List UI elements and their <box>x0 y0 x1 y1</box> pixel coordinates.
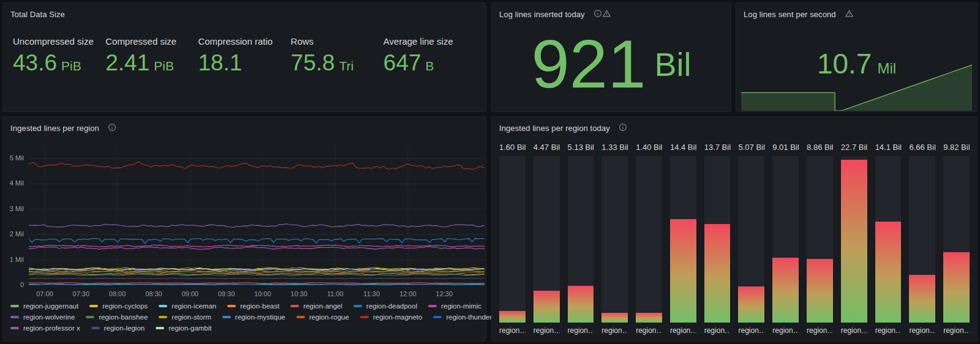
bar-value-label: 9.82 Bil <box>943 143 970 154</box>
y-axis-tick: 4 Mil <box>3 179 24 187</box>
bar-track <box>704 156 731 323</box>
legend-item-region-banshee[interactable]: region-banshee <box>86 313 148 321</box>
legend-item-region-storm[interactable]: region-storm <box>159 313 211 321</box>
bar-track <box>943 156 970 323</box>
bar[interactable] <box>601 313 628 323</box>
bar-value-label: 8.86 Bil <box>807 143 833 154</box>
series-color-swatch <box>86 316 94 318</box>
legend-label: region-angel <box>303 302 342 310</box>
stat-compression-ratio: Compression ratio18.1 <box>198 36 290 74</box>
stat-unit: B <box>426 59 434 73</box>
bar-value-label: 5.13 Bil <box>568 143 594 154</box>
stat-value: 75.8 <box>291 51 335 74</box>
panel-title[interactable]: Total Data Size <box>10 10 65 19</box>
bar[interactable] <box>704 224 731 323</box>
legend-item-region-rogue[interactable]: region-rogue <box>296 313 349 321</box>
warning-icon[interactable] <box>602 9 611 18</box>
x-axis-tick: 08:00 <box>104 290 131 297</box>
stat-unit: PiB <box>61 59 81 73</box>
time-series-plot[interactable] <box>29 141 484 288</box>
bar-track <box>738 156 764 323</box>
legend-item-region-cyclops[interactable]: region-cyclops <box>89 302 148 310</box>
bar-column: 5.07 Bilregion… <box>738 143 764 336</box>
warning-icon[interactable] <box>845 9 854 18</box>
x-axis-tick: 10:00 <box>249 290 276 297</box>
stat-value: 921 <box>532 30 646 99</box>
bar[interactable] <box>499 311 526 323</box>
legend-item-region-iceman[interactable]: region-iceman <box>159 302 216 310</box>
bar-track <box>772 156 799 323</box>
bar-track <box>841 156 867 323</box>
legend-item-region-magneto[interactable]: region-magneto <box>360 313 423 321</box>
bar-track <box>499 156 526 323</box>
info-icon[interactable] <box>619 123 627 132</box>
bar[interactable] <box>772 258 799 323</box>
stat-label: Uncompressed size <box>13 36 105 47</box>
bar[interactable] <box>807 259 833 323</box>
bar[interactable] <box>738 286 764 323</box>
panel-title[interactable]: Log lines inserted today <box>499 10 585 19</box>
legend-item-region-wolverine[interactable]: region-wolverine <box>10 313 75 321</box>
bar-track <box>670 156 696 323</box>
bar-column: 1.60 Bilregion… <box>499 143 526 336</box>
bar-column: 1.40 Bilregion… <box>636 143 662 336</box>
y-axis-tick: 3 Mil <box>3 205 24 212</box>
bar-column: 14.4 Bilregion… <box>670 143 696 336</box>
info-icon[interactable] <box>594 9 602 18</box>
bar[interactable] <box>568 286 594 323</box>
series-color-swatch <box>156 327 164 329</box>
legend-label: region-beast <box>240 302 279 310</box>
panel-title[interactable]: Ingested lines per region today <box>499 124 610 133</box>
series-line-region-deadpool <box>29 238 484 244</box>
bar-column: 5.13 Bilregion… <box>568 143 594 336</box>
series-color-swatch <box>290 305 299 307</box>
legend-item-region-legion[interactable]: region-legion <box>91 324 145 332</box>
series-color-swatch <box>428 305 437 307</box>
legend-item-region-mystique[interactable]: region-mystique <box>222 313 285 321</box>
x-axis-tick: 08:30 <box>140 290 167 297</box>
panel-ingested-lines-per-region-today: Ingested lines per region today 1.60 Bil… <box>491 116 978 342</box>
bar[interactable] <box>533 291 560 323</box>
stat-value: 43.6 <box>13 51 57 74</box>
bar-value-label: 4.47 Bil <box>533 143 560 154</box>
legend-row: region-wolverineregion-bansheeregion-sto… <box>10 312 481 323</box>
bar[interactable] <box>875 222 902 323</box>
series-line-region-professor x <box>29 247 484 250</box>
bar-category-label: region… <box>499 326 526 336</box>
stat-rows: Rows75.8Tri <box>291 36 383 74</box>
x-axis-tick: 10:30 <box>285 290 312 297</box>
bar-value-label: 6.66 Bil <box>909 143 935 154</box>
series-color-swatch <box>353 305 362 307</box>
stat-unit: Bil <box>654 45 691 83</box>
bar[interactable] <box>670 219 696 323</box>
legend-item-region-gambit[interactable]: region-gambit <box>156 324 211 332</box>
series-color-swatch <box>10 327 19 329</box>
bar[interactable] <box>841 160 867 323</box>
stat-uncompressed-size: Uncompressed size43.6PiB <box>13 36 105 74</box>
panel-log-lines-sent-per-second: Log lines sent per second 10.7 Mil <box>736 2 978 112</box>
stat-compressed-size: Compressed size2.41PiB <box>105 36 198 74</box>
legend-row: region-juggernautregion-cyclopsregion-ic… <box>10 301 481 312</box>
series-color-swatch <box>227 305 236 307</box>
panel-title[interactable]: Log lines sent per second <box>744 10 836 19</box>
series-line-region-wolverine <box>29 224 484 228</box>
legend-item-region-professor x[interactable]: region-professor x <box>10 324 80 332</box>
legend-item-region-mimic[interactable]: region-mimic <box>428 302 481 310</box>
bar[interactable] <box>909 275 935 323</box>
legend-label: region-wolverine <box>23 313 75 321</box>
series-color-swatch <box>10 316 19 318</box>
legend-item-region-deadpool[interactable]: region-deadpool <box>353 302 417 310</box>
series-color-swatch <box>89 305 98 307</box>
bar[interactable] <box>636 313 662 323</box>
legend-item-region-angel[interactable]: region-angel <box>290 302 342 310</box>
series-line-region-thunderbird <box>29 283 484 284</box>
series-color-swatch <box>360 316 369 318</box>
bar[interactable] <box>943 252 970 323</box>
x-axis-tick: 07:30 <box>67 290 94 297</box>
bar-value-label: 1.40 Bil <box>636 143 662 154</box>
bar-column: 13.7 Bilregion… <box>704 143 731 336</box>
panel-header: Log lines sent per second <box>736 3 977 20</box>
legend-label: region-gambit <box>168 324 211 332</box>
legend-item-region-beast[interactable]: region-beast <box>227 302 279 310</box>
legend-item-region-juggernaut[interactable]: region-juggernaut <box>10 302 78 310</box>
